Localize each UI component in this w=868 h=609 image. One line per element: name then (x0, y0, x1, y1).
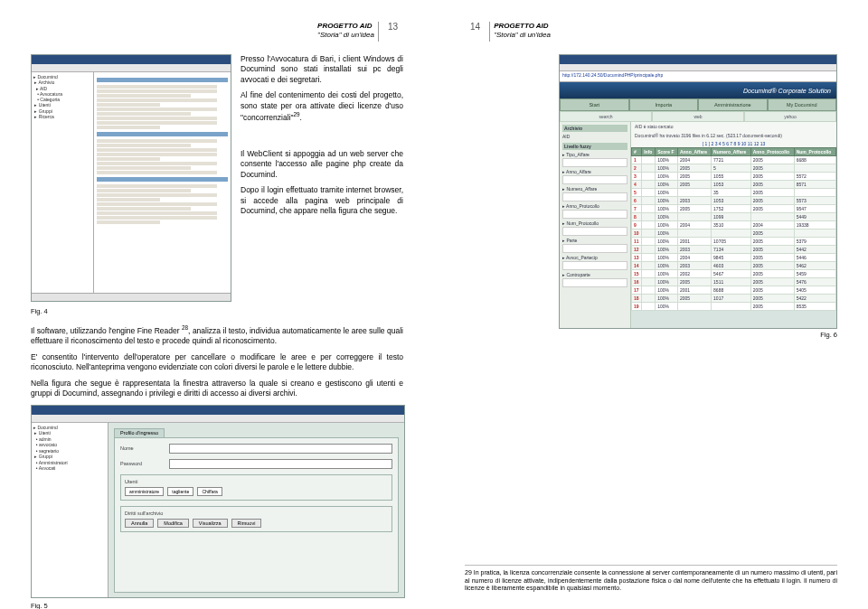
nav-admin[interactable]: Amministrazione (698, 98, 768, 111)
table-row[interactable]: 6100%2003105320055573 (632, 197, 836, 205)
table-row[interactable]: 17100%2001868820055405 (632, 286, 836, 295)
btn-annulla[interactable]: Annulla (125, 519, 154, 528)
table-cell: 7721 (712, 156, 751, 164)
grid-pager[interactable]: [ 1 ] 2 3 4 5 6 7 8 9 10 11 12 13 (631, 140, 836, 147)
table-cell: 100% (656, 246, 678, 254)
figure-6-screenshot: http://172.140.24.50/DocumindPHP/princip… (559, 54, 837, 329)
btn-modifica[interactable]: Modifica (157, 519, 188, 528)
col-header[interactable]: # (632, 148, 642, 156)
header-title1: PROGETTO AID (317, 22, 374, 31)
col-header[interactable]: Info (642, 148, 656, 156)
table-row[interactable]: 19100%20058535 (632, 303, 836, 311)
table-cell: 2001 (677, 238, 711, 246)
sub-yahoo[interactable]: yahoo (744, 111, 836, 122)
table-row[interactable]: 11100%20011070520055379 (632, 238, 836, 246)
table-cell (642, 221, 656, 230)
page-number: 13 (382, 22, 403, 33)
table-row[interactable]: 1100%2004772120056688 (632, 156, 836, 164)
table-row[interactable]: 7100%2005175220059547 (632, 205, 836, 213)
table-cell (642, 230, 656, 238)
grid-info1: AID è stato cercato (631, 122, 836, 131)
chip-user[interactable]: tagliente (167, 487, 193, 496)
table-cell: 2005 (750, 230, 794, 238)
table-row[interactable]: 12100%2003713420055442 (632, 246, 836, 254)
table-cell: 19 (632, 303, 642, 311)
figure-4-caption: Fig. 4 (31, 307, 403, 315)
nav-mydoc[interactable]: My Documind (768, 98, 837, 111)
chip-user[interactable]: amministratore (125, 487, 164, 496)
table-cell: 2005 (750, 295, 794, 303)
btn-rimuovi[interactable]: Rimuovi (231, 519, 262, 528)
side-field-input[interactable] (562, 210, 627, 219)
sub-search[interactable]: search (560, 111, 652, 122)
table-row[interactable]: 13100%2004984520055446 (632, 254, 836, 262)
side-field-input[interactable] (562, 192, 627, 201)
table-cell: 1055 (712, 173, 751, 181)
table-cell: 2004 (677, 156, 711, 164)
table-cell: 5462 (794, 262, 835, 270)
table-cell: 13 (632, 254, 642, 262)
table-cell: 9845 (712, 254, 751, 262)
table-cell: 2005 (750, 205, 794, 213)
chip-user[interactable]: Chiffara (197, 487, 222, 496)
table-cell: 15 (632, 270, 642, 278)
btn-visualizza[interactable]: Visualizza (193, 519, 228, 528)
table-row[interactable]: 9100%20043510200419338 (632, 221, 836, 230)
nav-start[interactable]: Start (560, 98, 629, 111)
side-field-input[interactable] (562, 278, 627, 287)
address-bar[interactable]: http://172.140.24.50/DocumindPHP/princip… (560, 71, 836, 82)
sub-web[interactable]: web (652, 111, 744, 122)
table-cell (642, 173, 656, 181)
input-nome[interactable] (169, 444, 392, 454)
table-cell: 10 (632, 230, 642, 238)
side-field-input[interactable] (562, 261, 627, 270)
nav-importa[interactable]: Importa (629, 98, 699, 111)
table-row[interactable]: 4100%2005105320058571 (632, 181, 836, 189)
page-right: 14 PROGETTO AID "Storia" di un'idea http… (434, 0, 868, 609)
mid-p1: Il WebClient si appoggia ad un web serve… (241, 149, 403, 179)
col-header[interactable]: Num_Protocollo (794, 148, 835, 156)
col-header[interactable]: Numero_Affare (712, 148, 751, 156)
side-field-input[interactable] (562, 158, 627, 167)
header-divider (378, 22, 379, 42)
after-p3: Nella figura che segue è rappresentata l… (31, 379, 403, 399)
table-row[interactable]: 5100%352005 (632, 189, 836, 197)
table-cell: 2004 (750, 221, 794, 230)
side-field-input[interactable] (562, 227, 627, 236)
table-row[interactable]: 10100%2005 (632, 230, 836, 238)
side-field-input[interactable] (562, 175, 627, 184)
table-cell: 19338 (794, 221, 835, 230)
table-cell: 2005 (750, 189, 794, 197)
table-cell: 1099 (712, 213, 751, 221)
table-cell: 2005 (750, 246, 794, 254)
table-cell: 5476 (794, 278, 835, 286)
table-row[interactable]: 15100%2002546720055459 (632, 270, 836, 278)
table-cell: 9547 (794, 205, 835, 213)
table-cell (642, 262, 656, 270)
grid-info2: Documind® ha trovato 3196 files in 6.12 … (631, 131, 836, 140)
table-row[interactable]: 3100%2005105520055572 (632, 173, 836, 181)
table-row[interactable]: 14100%2003460320055462 (632, 262, 836, 270)
side-livello: Livello fuzzy (562, 143, 627, 150)
table-cell (642, 238, 656, 246)
side-field-input[interactable] (562, 244, 627, 253)
header-title1: PROGETTO AID (494, 22, 551, 31)
side-field-label: ▸ Anno_Affare (562, 169, 627, 174)
table-cell: 2005 (750, 197, 794, 205)
table-row[interactable]: 18100%2005101720055422 (632, 295, 836, 303)
table-cell: 2005 (750, 303, 794, 311)
table-cell: 2003 (677, 246, 711, 254)
col-header[interactable]: Anno_Affare (677, 148, 711, 156)
table-row[interactable]: 2100%200552005 (632, 164, 836, 173)
table-cell: 100% (656, 295, 678, 303)
side-field-label: ▸ Controparte (562, 272, 627, 277)
table-row[interactable]: 8100%10995449 (632, 213, 836, 221)
figure-6-caption: Fig. 6 (559, 331, 837, 339)
col-header[interactable]: Score F (656, 148, 678, 156)
page-header-left: PROGETTO AID "Storia" di un'idea 13 (31, 22, 403, 42)
table-cell: 100% (656, 213, 678, 221)
col-header[interactable]: Anno_Protocollo (750, 148, 794, 156)
table-row[interactable]: 16100%2005151120055476 (632, 278, 836, 286)
input-password[interactable] (169, 459, 392, 469)
header-divider (489, 22, 490, 42)
